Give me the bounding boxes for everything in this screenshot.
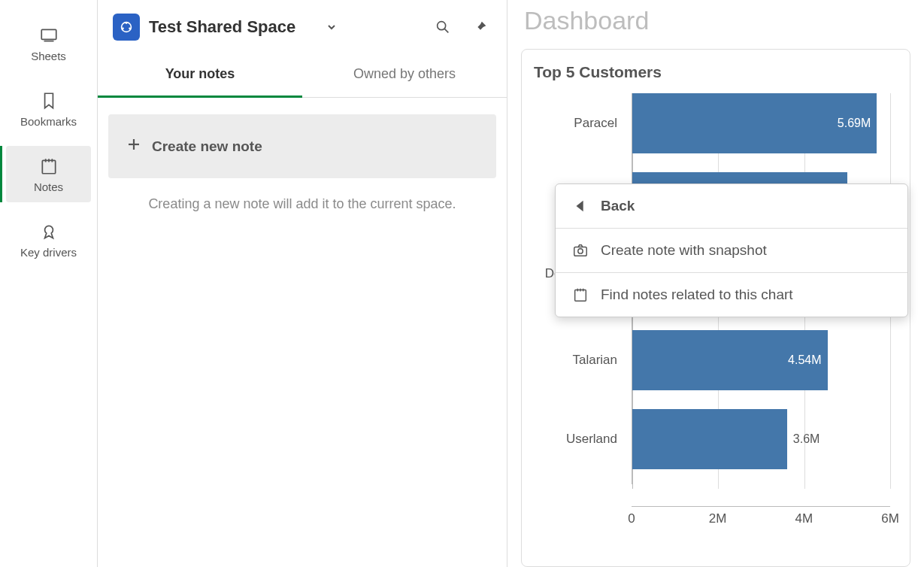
svg-point-8 <box>129 27 131 29</box>
nav-label: Notes <box>34 180 63 193</box>
menu-label: Back <box>601 198 635 214</box>
svg-point-7 <box>126 22 128 24</box>
space-dropdown[interactable] <box>327 22 338 32</box>
key-drivers-icon <box>39 222 59 241</box>
tab-your-notes[interactable]: Your notes <box>98 51 302 98</box>
tab-label: Your notes <box>165 66 235 81</box>
x-tick: 0 <box>628 511 635 526</box>
svg-rect-17 <box>575 290 586 302</box>
bar-row[interactable]: Talarian4.54M <box>632 330 828 390</box>
chart-card: Top 5 Customers Paracel5.69MAcerDeak-Per… <box>521 49 910 567</box>
bar-value-label: 3.6M <box>793 432 820 446</box>
notes-icon <box>39 156 59 176</box>
sheets-icon <box>39 26 59 45</box>
tab-owned-by-others[interactable]: Owned by others <box>302 51 507 97</box>
bookmark-icon <box>39 91 59 111</box>
bar-value-label: 4.54M <box>788 353 821 367</box>
bar[interactable]: 3.6M <box>632 409 787 469</box>
nav-label: Bookmarks <box>20 115 77 128</box>
nav-item-bookmarks[interactable]: Bookmarks <box>6 80 91 137</box>
page-title: Dashboard <box>521 0 910 49</box>
category-label: Paracel <box>535 116 625 131</box>
bar-row[interactable]: Userland3.6M <box>632 409 787 469</box>
x-axis: 02M4M6M <box>632 506 890 507</box>
bar-value-label: 5.69M <box>838 117 871 130</box>
create-note-button[interactable]: Create new note <box>108 114 496 178</box>
create-note-label: Create new note <box>152 138 262 155</box>
helper-text: Creating a new note will add it to the c… <box>98 192 507 217</box>
svg-rect-2 <box>42 160 55 173</box>
category-label: Talarian <box>535 353 625 368</box>
camera-icon <box>572 242 589 259</box>
x-tick: 6M <box>881 511 899 526</box>
svg-point-10 <box>438 22 446 30</box>
bar[interactable]: 4.54M <box>632 330 828 390</box>
plus-icon <box>126 137 141 156</box>
pin-icon[interactable] <box>472 19 489 35</box>
chart-title: Top 5 Customers <box>534 63 898 81</box>
menu-back[interactable]: Back <box>556 184 907 228</box>
svg-marker-14 <box>577 201 583 212</box>
svg-point-16 <box>578 249 583 253</box>
svg-point-9 <box>122 27 124 29</box>
nav-item-notes[interactable]: Notes <box>6 146 91 202</box>
svg-rect-0 <box>41 29 56 39</box>
nav-item-sheets[interactable]: Sheets <box>6 15 91 71</box>
menu-find-related-notes[interactable]: Find notes related to this chart <box>556 272 907 317</box>
category-label: Userland <box>535 432 625 447</box>
space-header: Test Shared Space <box>98 0 507 51</box>
back-icon <box>572 198 589 214</box>
x-tick: 4M <box>795 511 813 526</box>
tab-label: Owned by others <box>353 66 456 81</box>
space-title: Test Shared Space <box>149 17 295 37</box>
space-icon <box>113 14 140 41</box>
nav-item-key-drivers[interactable]: Key drivers <box>6 211 91 268</box>
menu-create-note-snapshot[interactable]: Create note with snapshot <box>556 228 907 272</box>
nav-label: Key drivers <box>20 246 77 259</box>
menu-label: Find notes related to this chart <box>601 287 793 303</box>
nav-label: Sheets <box>31 50 66 62</box>
dashboard-panel: Dashboard Top 5 Customers Paracel5.69MAc… <box>507 0 924 567</box>
chart-context-menu: Back Create note with snapshot Find note… <box>555 183 908 317</box>
search-icon[interactable] <box>435 19 451 35</box>
bar-row[interactable]: Paracel5.69M <box>632 93 877 153</box>
svg-line-11 <box>444 29 448 32</box>
notes-panel: Test Shared Space Your notes Owned by ot… <box>98 0 507 567</box>
menu-label: Create note with snapshot <box>601 242 767 259</box>
notes-tabs: Your notes Owned by others <box>98 51 507 98</box>
x-tick: 2M <box>709 511 727 526</box>
bar[interactable]: 5.69M <box>632 93 877 153</box>
left-sidebar: Sheets Bookmarks Notes Key drivers <box>0 0 98 567</box>
notes-icon <box>572 287 589 303</box>
